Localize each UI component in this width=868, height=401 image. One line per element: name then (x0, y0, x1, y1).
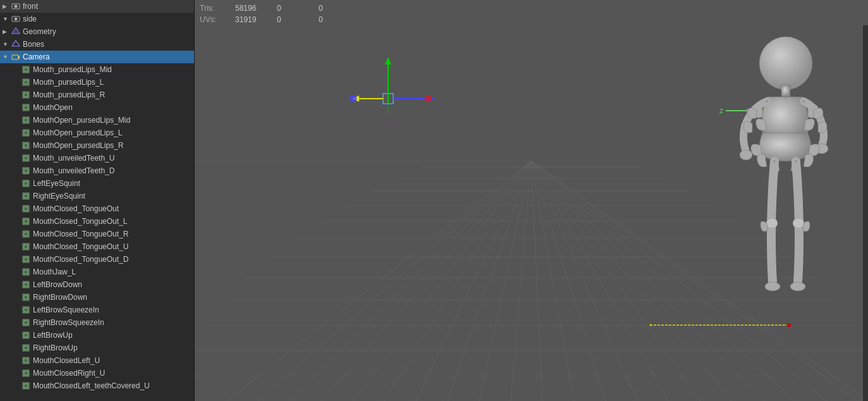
tree-item-mouthclosed_tongueout_l[interactable]: MouthClosed_TongueOut_L (0, 215, 194, 228)
tree-item-leftbrowsqueezein[interactable]: LeftBrowSqueezeIn (0, 304, 194, 316)
tree-item-mouth_unveiledteeth_u[interactable]: Mouth_unveiledTeeth_U (0, 152, 194, 164)
tree-item-front[interactable]: ▶ front (0, 0, 194, 13)
svg-line-88 (353, 161, 531, 401)
morph-icon-rightbrowup (21, 343, 30, 352)
tree-item-mouthclosed_tongueout[interactable]: MouthClosed_TongueOut (0, 202, 194, 215)
tree-item-rightbrowup[interactable]: RightBrowUp (0, 342, 194, 354)
morph-icon-mouth_pursedlips_l (21, 78, 30, 87)
tree-item-mouthopen_pursedlips_l[interactable]: MouthOpen_pursedLips_L (0, 126, 194, 139)
morph-icon-mouthopen_pursedlips_r (21, 141, 30, 150)
item-label-mouthclosedleft_teethcovered_u: MouthClosedLeft_teethCovered_U (33, 381, 150, 390)
scroll-thumb[interactable] (863, 0, 868, 25)
svg-point-119 (765, 282, 780, 291)
svg-rect-51 (23, 332, 29, 338)
item-label-righteyesquint: RightEyeSquint (33, 192, 85, 200)
morph-icon-righteyesquint (21, 192, 30, 200)
tree-item-rightbrowdown[interactable]: RightBrowDown (0, 291, 194, 304)
item-label-rightbrowup: RightBrowUp (33, 343, 78, 352)
expand-arrow-bones[interactable]: ▼ (3, 41, 10, 47)
svg-rect-39 (23, 256, 29, 262)
uvs-label: UVs: (200, 14, 225, 25)
expand-arrow-geometry[interactable]: ▶ (3, 28, 10, 35)
morph-icon-lefteyesquint (21, 179, 30, 188)
expand-arrow-front[interactable]: ▶ (3, 3, 10, 9)
tree-item-mouthjaw_l[interactable]: MouthJaw_L (0, 266, 194, 278)
svg-rect-31 (23, 206, 29, 212)
svg-rect-13 (23, 92, 29, 98)
item-label-front: front (23, 2, 38, 11)
morph-icon-mouthclosed_tongueout_r (21, 230, 30, 238)
tree-item-righteyesquint[interactable]: RightEyeSquint (0, 190, 194, 202)
item-label-geometry: Geometry (23, 27, 56, 36)
svg-marker-6 (12, 40, 20, 46)
morph-icon-mouthclosedleft_u (21, 356, 30, 365)
expand-arrow-side[interactable]: ▼ (3, 16, 10, 22)
svg-line-77 (384, 161, 531, 401)
item-label-mouthopen: MouthOpen (33, 103, 73, 112)
morph-icon-mouthclosedleft_teethcovered_u (21, 381, 30, 390)
morph-icon-mouth_pursedlips_mid (21, 65, 30, 74)
tree-item-mouthclosed_tongueout_d[interactable]: MouthClosed_TongueOut_D (0, 253, 194, 266)
svg-point-120 (790, 282, 805, 291)
scene-icon-front (11, 2, 20, 11)
svg-line-82 (531, 161, 700, 401)
svg-rect-23 (23, 155, 29, 161)
svg-rect-7 (12, 55, 18, 59)
tree-item-mouth_pursedlips_mid[interactable]: Mouth_pursedLips_Mid (0, 63, 194, 76)
item-label-mouthopen_pursedlips_l: MouthOpen_pursedLips_L (33, 128, 122, 137)
item-label-rightbrowdown: RightBrowDown (33, 293, 87, 302)
tree-item-mouthclosedleft_u[interactable]: MouthClosedLeft_U (0, 354, 194, 367)
svg-line-90 (479, 161, 531, 401)
uvs-col3: 0 (319, 14, 350, 25)
morph-icon-mouthclosed_tongueout (21, 204, 30, 213)
tree-item-lefteyesquint[interactable]: LeftEyeSquint (0, 177, 194, 190)
svg-line-75 (258, 161, 531, 401)
tree-item-side[interactable]: ▼ side (0, 13, 194, 25)
scene-tree-panel[interactable]: ▶ front▼ side▶ Geometry▼ Bones▼ Camera M… (0, 0, 195, 401)
item-label-mouthclosed_tongueout_l: MouthClosed_TongueOut_L (33, 217, 127, 226)
tree-item-mouthclosed_tongueout_r[interactable]: MouthClosed_TongueOut_R (0, 228, 194, 240)
tris-col3: 0 (319, 3, 350, 14)
tree-item-rightbrowsqueezein[interactable]: RightBrowSqueezeIn (0, 316, 194, 329)
svg-rect-11 (23, 79, 29, 85)
item-label-mouth_unveiledteeth_d: Mouth_unveiledTeeth_D (33, 166, 114, 175)
svg-rect-25 (23, 168, 29, 174)
svg-point-115 (759, 37, 812, 90)
tree-item-camera[interactable]: ▼ Camera (0, 51, 194, 63)
svg-point-123 (784, 95, 788, 99)
tree-item-leftbrowdown[interactable]: LeftBrowDown (0, 278, 194, 291)
svg-marker-99 (385, 57, 391, 65)
svg-point-117 (740, 150, 752, 160)
svg-rect-19 (23, 130, 29, 136)
svg-point-1 (15, 5, 18, 8)
tree-item-bones[interactable]: ▼ Bones (0, 38, 194, 51)
tree-item-mouthopen_pursedlips_r[interactable]: MouthOpen_pursedLips_R (0, 139, 194, 152)
tree-item-mouthclosedright_u[interactable]: MouthClosedRight_U (0, 367, 194, 379)
expand-arrow-camera[interactable]: ▼ (3, 54, 10, 60)
svg-rect-35 (23, 231, 29, 237)
svg-rect-104 (350, 96, 357, 102)
tree-item-mouthopen[interactable]: MouthOpen (0, 101, 194, 114)
tree-item-geometry[interactable]: ▶ Geometry (0, 25, 194, 38)
tree-item-mouthclosed_tongueout_u[interactable]: MouthClosed_TongueOut_U (0, 240, 194, 253)
tree-item-leftbrowup[interactable]: LeftBrowUp (0, 329, 194, 342)
svg-point-3 (15, 18, 18, 21)
svg-rect-105 (425, 96, 431, 102)
item-label-bones: Bones (23, 40, 44, 49)
svg-rect-17 (23, 117, 29, 123)
tree-item-mouthopen_pursedlips_mid[interactable]: MouthOpen_pursedLips_Mid (0, 114, 194, 126)
svg-line-78 (448, 161, 531, 401)
tree-item-mouthclosedleft_teethcovered_u[interactable]: MouthClosedLeft_teethCovered_U (0, 379, 194, 392)
svg-line-93 (531, 161, 669, 401)
viewport-scrollbar[interactable] (863, 0, 868, 401)
tree-item-mouth_unveiledteeth_d[interactable]: Mouth_unveiledTeeth_D (0, 164, 194, 177)
bones-icon (11, 40, 20, 49)
svg-line-92 (531, 161, 606, 401)
svg-rect-55 (23, 357, 29, 364)
tree-item-mouth_pursedlips_l[interactable]: Mouth_pursedLips_L (0, 76, 194, 89)
3d-viewport[interactable]: Tris: 58196 0 0 UVs: 31919 0 0 (195, 0, 868, 401)
morph-icon-mouthopen (21, 103, 30, 112)
transform-gizmo[interactable] (340, 51, 441, 152)
svg-point-125 (802, 100, 805, 102)
tree-item-mouth_pursedlips_r[interactable]: Mouth_pursedLips_R (0, 89, 194, 101)
